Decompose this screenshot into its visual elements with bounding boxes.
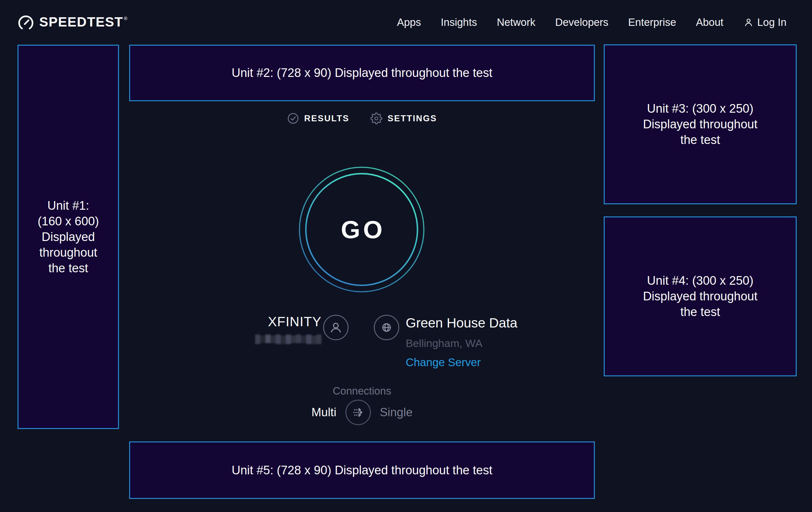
isp-user-circle-icon: [323, 315, 349, 340]
isp-info: XFINITY: [220, 314, 321, 345]
connection-mode-toggle-button[interactable]: [345, 400, 371, 425]
top-nav-bar: SPEEDTEST® Apps Insights Network Develop…: [0, 0, 812, 45]
gear-icon: [370, 112, 382, 125]
connections-single-option[interactable]: Single: [380, 406, 413, 419]
nav-item-enterprise[interactable]: Enterprise: [628, 16, 676, 28]
results-settings-tabs: RESULTS SETTINGS: [129, 112, 595, 125]
connections-multi-option[interactable]: Multi: [312, 406, 337, 419]
ad-unit-3-rectangle[interactable]: Unit #3: (300 x 250)Displayed throughout…: [604, 44, 797, 204]
server-location: Bellingham, WA: [406, 337, 517, 350]
ad-text-line: Unit #4: (300 x 250): [643, 273, 757, 289]
ad-text-line: the test: [643, 304, 757, 320]
ad-unit-4-rectangle[interactable]: Unit #4: (300 x 250)Displayed throughout…: [604, 216, 797, 376]
ad-text-line: Displayed throughout: [643, 289, 757, 304]
main-nav: Apps Insights Network Developers Enterpr…: [397, 16, 786, 28]
nav-item-developers[interactable]: Developers: [555, 16, 609, 28]
nav-item-network[interactable]: Network: [497, 16, 535, 28]
user-icon: [327, 319, 344, 336]
nav-item-insights[interactable]: Insights: [441, 16, 477, 28]
ad-text-line: the test: [38, 261, 99, 276]
ad-text-line: Displayed throughout: [643, 116, 757, 132]
tab-settings[interactable]: SETTINGS: [370, 112, 437, 125]
ad-text-line: (160 x 600): [38, 214, 99, 229]
ad-text-line: Displayed: [38, 229, 99, 245]
speedtest-logo[interactable]: SPEEDTEST®: [18, 14, 127, 31]
login-label: Log In: [757, 16, 786, 28]
redacted-ip-mosaic: [255, 334, 321, 344]
tab-results-label: RESULTS: [304, 114, 350, 124]
brand-name: SPEEDTEST: [39, 15, 123, 29]
connections-label: Connections: [129, 385, 595, 397]
check-circle-icon: [287, 112, 299, 125]
ad-text-line: Unit #2: (728 x 90) Displayed throughout…: [232, 65, 492, 81]
isp-name: XFINITY: [220, 314, 321, 329]
ad-unit-5-leaderboard[interactable]: Unit #5: (728 x 90) Displayed throughout…: [129, 441, 595, 499]
ad-text-line: Unit #3: (300 x 250): [643, 101, 757, 116]
connections-toggle: Multi Single: [129, 400, 595, 425]
change-server-link[interactable]: Change Server: [406, 356, 517, 369]
ad-text-line: Unit #5: (728 x 90) Displayed throughout…: [232, 462, 492, 478]
ad-text-line: the test: [643, 132, 757, 148]
globe-icon: [378, 319, 395, 336]
login-button[interactable]: Log In: [743, 16, 786, 28]
speedometer-gauge-icon: [18, 15, 34, 31]
tab-settings-label: SETTINGS: [387, 114, 437, 124]
parallel-arrows-icon: [349, 403, 367, 421]
nav-item-about[interactable]: About: [696, 16, 723, 28]
ad-text-line: throughout: [38, 245, 99, 261]
server-globe-circle-icon[interactable]: [374, 315, 399, 340]
brand-trademark: ®: [124, 16, 127, 21]
tab-results[interactable]: RESULTS: [287, 112, 350, 125]
nav-item-apps[interactable]: Apps: [397, 16, 421, 28]
ad-unit-2-leaderboard[interactable]: Unit #2: (728 x 90) Displayed throughout…: [129, 45, 595, 101]
user-icon: [743, 17, 754, 28]
server-info: Green House Data Bellingham, WA Change S…: [406, 315, 517, 369]
ad-unit-1-skyscraper[interactable]: Unit #1:(160 x 600)Displayedthroughoutth…: [18, 45, 119, 429]
go-button[interactable]: GO: [298, 166, 426, 293]
server-name: Green House Data: [406, 315, 517, 331]
ad-text-line: Unit #1:: [38, 198, 99, 214]
go-label: GO: [298, 166, 426, 293]
speedtest-page: SPEEDTEST® Apps Insights Network Develop…: [0, 0, 812, 512]
